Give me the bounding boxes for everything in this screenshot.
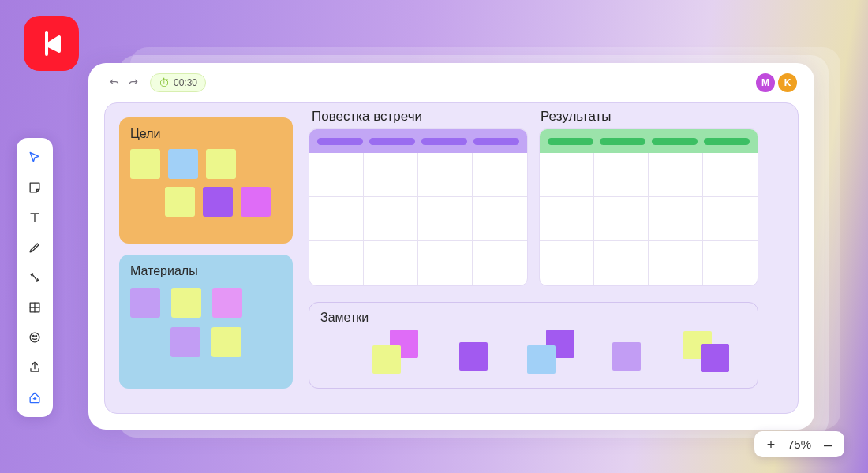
svg-point-2 bbox=[33, 336, 35, 337]
materials-title: Материалы bbox=[130, 264, 282, 278]
column-pill bbox=[548, 138, 593, 145]
tool-pen[interactable] bbox=[21, 234, 48, 261]
top-bar: ⏱ 00:30 M K bbox=[88, 63, 814, 102]
sticky-note[interactable] bbox=[527, 345, 556, 374]
sticky-note[interactable] bbox=[170, 327, 200, 357]
avatar-k[interactable]: K bbox=[778, 73, 797, 92]
sticky-note[interactable] bbox=[168, 149, 198, 179]
tool-stamp[interactable] bbox=[21, 324, 48, 351]
goals-panel[interactable]: Цели bbox=[119, 117, 293, 244]
redo-button[interactable] bbox=[125, 74, 142, 91]
toolbox bbox=[17, 138, 53, 417]
table-cell[interactable] bbox=[540, 197, 594, 241]
svg-point-1 bbox=[30, 333, 39, 342]
sticky-note[interactable] bbox=[241, 187, 271, 217]
avatar-m[interactable]: M bbox=[756, 73, 775, 92]
table-cell[interactable] bbox=[309, 197, 364, 241]
app-logo bbox=[24, 16, 79, 71]
table-cell[interactable] bbox=[473, 153, 527, 197]
table-cell[interactable] bbox=[309, 241, 364, 285]
table-cell[interactable] bbox=[703, 153, 758, 197]
zoom-level: 75% bbox=[788, 438, 811, 451]
table-cell[interactable] bbox=[649, 197, 703, 241]
notes-title: Заметки bbox=[320, 311, 746, 325]
table-cell[interactable] bbox=[540, 153, 594, 197]
sticky-note[interactable] bbox=[130, 149, 160, 179]
column-pill bbox=[421, 138, 467, 145]
column-pill bbox=[369, 138, 415, 145]
canvas[interactable]: Цели Материалы Повестка встречи Результа… bbox=[104, 102, 799, 414]
table-cell[interactable] bbox=[418, 241, 473, 285]
results-header bbox=[540, 129, 758, 153]
tool-text[interactable] bbox=[21, 204, 48, 231]
timer-chip[interactable]: ⏱ 00:30 bbox=[150, 73, 206, 92]
tool-cursor[interactable] bbox=[21, 144, 48, 171]
table-cell[interactable] bbox=[309, 153, 364, 197]
results-title: Результаты bbox=[541, 109, 612, 125]
table-cell[interactable] bbox=[540, 241, 594, 285]
sticky-note[interactable] bbox=[203, 187, 233, 217]
sticky-note[interactable] bbox=[206, 149, 236, 179]
table-cell[interactable] bbox=[418, 153, 473, 197]
column-pill bbox=[600, 138, 645, 145]
table-cell[interactable] bbox=[364, 197, 418, 241]
zoom-control: + 75% – bbox=[754, 431, 844, 457]
table-cell[interactable] bbox=[594, 241, 649, 285]
table-cell[interactable] bbox=[418, 197, 473, 241]
timer-value: 00:30 bbox=[174, 77, 197, 88]
sticky-note[interactable] bbox=[211, 327, 241, 357]
column-pill bbox=[652, 138, 698, 145]
results-table[interactable] bbox=[539, 128, 758, 286]
zoom-out-button[interactable]: – bbox=[822, 439, 833, 450]
tool-add-home[interactable] bbox=[21, 384, 48, 411]
tool-share[interactable] bbox=[21, 354, 48, 381]
goals-title: Цели bbox=[130, 127, 282, 141]
table-cell[interactable] bbox=[364, 153, 418, 197]
table-cell[interactable] bbox=[364, 241, 418, 285]
avatar-m-label: M bbox=[761, 77, 769, 88]
avatar-k-label: K bbox=[784, 77, 791, 88]
tool-sticky[interactable] bbox=[21, 174, 48, 201]
sticky-note[interactable] bbox=[701, 344, 729, 372]
sticky-note[interactable] bbox=[165, 187, 195, 217]
table-cell[interactable] bbox=[649, 241, 703, 285]
tool-connector[interactable] bbox=[21, 264, 48, 291]
agenda-table[interactable] bbox=[309, 128, 528, 286]
sticky-note[interactable] bbox=[612, 342, 641, 371]
zoom-in-button[interactable]: + bbox=[765, 439, 776, 450]
materials-panel[interactable]: Материалы bbox=[119, 255, 293, 389]
sticky-note[interactable] bbox=[171, 288, 201, 318]
table-cell[interactable] bbox=[473, 241, 527, 285]
table-cell[interactable] bbox=[703, 197, 758, 241]
column-pill bbox=[317, 138, 363, 145]
sticky-note[interactable] bbox=[459, 342, 488, 371]
sticky-note[interactable] bbox=[130, 288, 160, 318]
timer-icon: ⏱ bbox=[159, 76, 170, 89]
app-window: ⏱ 00:30 M K Цели Материалы Повестка встр… bbox=[88, 63, 814, 430]
agenda-title: Повестка встречи bbox=[312, 109, 422, 125]
table-cell[interactable] bbox=[473, 197, 527, 241]
undo-button[interactable] bbox=[106, 74, 123, 91]
column-pill bbox=[704, 138, 750, 145]
sticky-note[interactable] bbox=[372, 345, 401, 374]
sticky-note[interactable] bbox=[212, 288, 242, 318]
agenda-header bbox=[309, 129, 527, 153]
svg-point-3 bbox=[36, 336, 37, 337]
table-cell[interactable] bbox=[649, 153, 703, 197]
table-cell[interactable] bbox=[594, 197, 649, 241]
column-pill bbox=[473, 138, 519, 145]
table-cell[interactable] bbox=[594, 153, 649, 197]
notes-panel[interactable]: Заметки bbox=[309, 302, 758, 389]
table-cell[interactable] bbox=[703, 241, 758, 285]
tool-frame[interactable] bbox=[21, 294, 48, 321]
